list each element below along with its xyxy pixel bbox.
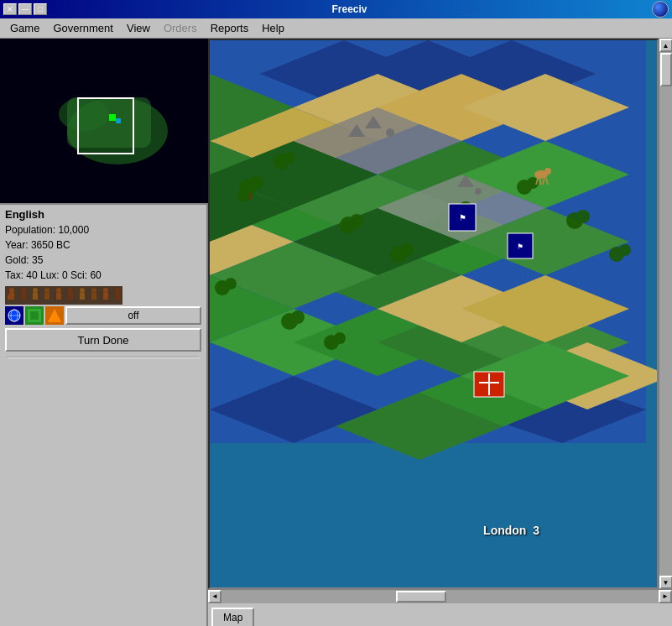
svg-rect-9 xyxy=(8,295,10,300)
svg-point-23 xyxy=(91,288,96,293)
close-button[interactable]: ✕ xyxy=(3,3,17,15)
svg-point-27 xyxy=(115,288,120,293)
horizontal-scrollbar: ◄ ► xyxy=(208,589,672,603)
map-row: ⚑ ⚑ London 3 ▲ xyxy=(208,39,672,589)
menu-government[interactable]: Government xyxy=(46,20,120,36)
svg-point-17 xyxy=(56,288,61,293)
menu-view[interactable]: View xyxy=(120,20,157,36)
viewport-rectangle xyxy=(77,97,134,154)
svg-rect-26 xyxy=(103,293,108,300)
svg-rect-28 xyxy=(115,293,120,300)
gold-line: Gold: 35 xyxy=(5,253,201,268)
svg-point-7 xyxy=(9,288,14,293)
scroll-down-button[interactable]: ▼ xyxy=(659,576,673,589)
unit-orange-icon xyxy=(45,306,64,325)
svg-text:⚑: ⚑ xyxy=(459,213,466,222)
svg-rect-12 xyxy=(21,293,26,300)
minimize-button[interactable]: — xyxy=(18,3,32,15)
menu-reports[interactable]: Reports xyxy=(204,20,256,36)
scroll-up-button[interactable]: ▲ xyxy=(659,39,673,52)
menu-help[interactable]: Help xyxy=(255,20,291,36)
window-controls[interactable]: ✕ — □ xyxy=(3,3,47,15)
svg-rect-18 xyxy=(56,293,61,300)
window-title: Freeciv xyxy=(47,3,652,15)
scroll-thumb-horizontal[interactable] xyxy=(396,591,446,603)
year-line: Year: 3650 BC xyxy=(5,237,201,253)
units-row xyxy=(5,286,201,305)
scroll-track-vertical[interactable] xyxy=(659,52,673,576)
svg-text:⚑: ⚑ xyxy=(517,243,524,251)
scroll-left-button[interactable]: ◄ xyxy=(208,590,221,603)
maximize-button[interactable]: □ xyxy=(34,3,47,15)
svg-rect-10 xyxy=(12,295,14,300)
left-panel: English Population: 10,000 Year: 3650 BC… xyxy=(0,39,208,626)
svg-point-15 xyxy=(44,288,49,293)
svg-rect-20 xyxy=(68,293,73,300)
off-button[interactable]: off xyxy=(65,306,201,325)
menu-bar: Game Government View Orders Reports Help xyxy=(0,18,672,39)
menu-game[interactable]: Game xyxy=(3,20,46,36)
main-content: English Population: 10,000 Year: 3650 BC… xyxy=(0,39,672,626)
bottom-info-area xyxy=(7,357,200,358)
scroll-right-button[interactable]: ► xyxy=(659,590,672,603)
map-area: ⚑ ⚑ London 3 ▲ xyxy=(208,39,672,626)
mini-map-inner xyxy=(0,39,208,203)
svg-rect-24 xyxy=(91,293,96,300)
title-bar: ✕ — □ Freeciv xyxy=(0,0,672,18)
population-line: Population: 10,000 xyxy=(5,222,201,237)
civ-name: English xyxy=(5,208,201,221)
vertical-scrollbar: ▲ ▼ xyxy=(659,39,672,589)
info-panel: English Population: 10,000 Year: 3650 BC… xyxy=(0,203,206,626)
svg-point-21 xyxy=(80,288,85,293)
units-overlay: ⚑ ⚑ xyxy=(210,40,657,587)
tax-line: Tax: 40 Lux: 0 Sci: 60 xyxy=(5,268,201,283)
menu-orders: Orders xyxy=(157,20,204,36)
scroll-track-horizontal[interactable] xyxy=(221,590,659,603)
map-viewport[interactable]: ⚑ ⚑ London 3 xyxy=(208,39,659,589)
svg-point-13 xyxy=(33,288,38,293)
svg-point-19 xyxy=(68,288,73,293)
svg-rect-22 xyxy=(80,293,85,300)
map-tab[interactable]: Map xyxy=(211,608,254,626)
off-row: off xyxy=(5,306,201,325)
svg-rect-35 xyxy=(30,311,39,320)
svg-rect-14 xyxy=(33,293,38,300)
unit-green-icon xyxy=(25,306,44,325)
unit-sprites xyxy=(5,286,122,305)
svg-point-25 xyxy=(103,288,108,293)
turn-done-button[interactable]: Turn Done xyxy=(5,328,201,352)
svg-point-11 xyxy=(21,288,26,293)
globe-icon xyxy=(652,1,669,18)
unit-flag-icon xyxy=(5,306,23,325)
svg-rect-16 xyxy=(44,293,49,300)
mini-map[interactable] xyxy=(0,39,208,203)
map-tab-area: Map xyxy=(208,603,672,626)
